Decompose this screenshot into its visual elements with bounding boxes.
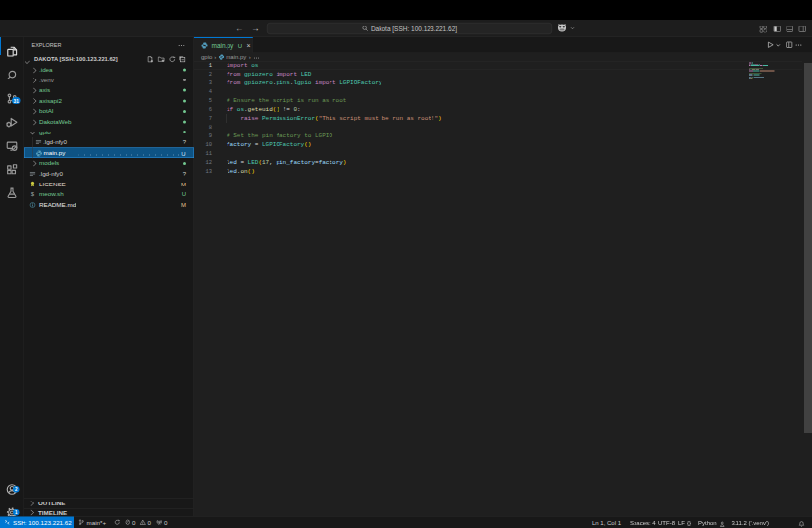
svg-text:$: $ — [31, 191, 35, 198]
